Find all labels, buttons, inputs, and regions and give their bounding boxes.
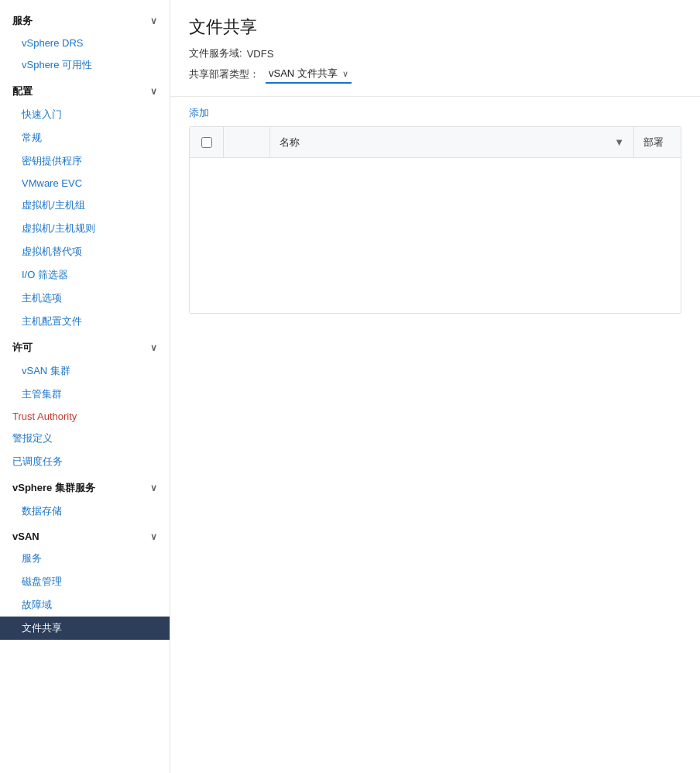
sidebar: 服务 ∨ vSphere DRS vSphere 可用性 配置 ∨ 快速入门 常… <box>0 0 170 773</box>
sidebar-section-vsan-label: vSAN <box>12 531 39 542</box>
sidebar-item-vsan-services[interactable]: 服务 <box>0 547 170 570</box>
sidebar-item-vsphere-availability[interactable]: vSphere 可用性 <box>0 53 170 77</box>
table-header-deployment-cell: 部署 <box>634 127 681 157</box>
sidebar-item-data-storage[interactable]: 数据存储 <box>0 500 170 523</box>
sidebar-item-quick-start[interactable]: 快速入门 <box>0 103 170 126</box>
table-area: 名称 ▼ 部署 <box>170 126 700 314</box>
share-deployment-type-dropdown[interactable]: vSAN 文件共享 ∨ <box>266 65 352 84</box>
sidebar-item-file-sharing[interactable]: 文件共享 <box>0 617 170 640</box>
sidebar-item-vsan-cluster[interactable]: vSAN 集群 <box>0 359 170 383</box>
sidebar-item-trust-authority[interactable]: Trust Authority <box>0 406 170 427</box>
add-button[interactable]: 添加 <box>170 106 228 120</box>
sidebar-item-vm-override[interactable]: 虚拟机替代项 <box>0 240 170 263</box>
chevron-down-icon-license: ∨ <box>150 342 157 353</box>
table-header-row: 名称 ▼ 部署 <box>190 127 681 158</box>
sidebar-section-vsphere-cluster-services[interactable]: vSphere 集群服务 ∨ <box>0 473 170 500</box>
sidebar-item-fault-domain[interactable]: 故障域 <box>0 593 170 617</box>
sidebar-item-disk-management[interactable]: 磁盘管理 <box>0 570 170 593</box>
sidebar-section-services[interactable]: 服务 ∨ <box>0 6 170 33</box>
sidebar-section-license-label: 许可 <box>12 341 33 355</box>
sidebar-item-io-filter[interactable]: I/O 筛选器 <box>0 263 170 287</box>
sidebar-item-host-options[interactable]: 主机选项 <box>0 287 170 310</box>
sidebar-item-vsphere-drs[interactable]: vSphere DRS <box>0 33 170 53</box>
share-deployment-type-value: vSAN 文件共享 <box>269 67 338 81</box>
sidebar-section-vsan[interactable]: vSAN ∨ <box>0 523 170 547</box>
table-header-expand-cell <box>224 127 270 157</box>
sidebar-item-vm-host-rules[interactable]: 虚拟机/主机规则 <box>0 217 170 240</box>
sidebar-item-scheduled-tasks[interactable]: 已调度任务 <box>0 450 170 473</box>
sidebar-item-vm-host-group[interactable]: 虚拟机/主机组 <box>0 194 170 217</box>
sidebar-item-host-profile[interactable]: 主机配置文件 <box>0 310 170 333</box>
chevron-down-icon-vcs: ∨ <box>150 483 157 493</box>
select-all-checkbox[interactable] <box>201 137 212 148</box>
main-content: 文件共享 文件服务域: VDFS 共享部署类型： vSAN 文件共享 ∨ 添加 … <box>170 0 700 773</box>
sidebar-item-supervisor-cluster[interactable]: 主管集群 <box>0 383 170 406</box>
table-column-name-label: 名称 <box>280 136 300 149</box>
chevron-down-icon-config: ∨ <box>150 86 157 97</box>
share-deployment-type-row: 共享部署类型： vSAN 文件共享 ∨ <box>189 65 681 84</box>
chevron-down-icon: ∨ <box>150 15 157 26</box>
sidebar-section-vsphere-cluster-services-label: vSphere 集群服务 <box>12 481 95 495</box>
file-service-domain-label: 文件服务域: <box>189 46 242 60</box>
chevron-down-icon-dropdown: ∨ <box>342 69 348 79</box>
file-service-domain-row: 文件服务域: VDFS <box>189 46 681 60</box>
sidebar-section-license[interactable]: 许可 ∨ <box>0 333 170 359</box>
file-share-table: 名称 ▼ 部署 <box>189 126 681 314</box>
table-header-checkbox-cell <box>190 127 224 157</box>
share-deployment-type-label: 共享部署类型： <box>189 67 259 81</box>
sidebar-item-vmware-evc[interactable]: VMware EVC <box>0 173 170 194</box>
main-header: 文件共享 文件服务域: VDFS 共享部署类型： vSAN 文件共享 ∨ <box>170 0 700 97</box>
sidebar-section-config[interactable]: 配置 ∨ <box>0 77 170 103</box>
sidebar-item-general[interactable]: 常规 <box>0 126 170 149</box>
filter-icon[interactable]: ▼ <box>614 136 624 148</box>
chevron-down-icon-vsan: ∨ <box>150 531 157 542</box>
page-title: 文件共享 <box>189 15 681 39</box>
table-body <box>190 158 681 313</box>
table-column-deployment-label: 部署 <box>643 136 664 149</box>
sidebar-section-services-label: 服务 <box>12 14 33 28</box>
sidebar-section-config-label: 配置 <box>12 84 33 98</box>
sidebar-item-key-provider[interactable]: 密钥提供程序 <box>0 149 170 173</box>
sidebar-item-alert-definition[interactable]: 警报定义 <box>0 427 170 450</box>
add-link-container: 添加 <box>170 97 700 126</box>
table-header-name-cell: 名称 ▼ <box>270 127 634 157</box>
file-service-domain-value: VDFS <box>247 48 274 60</box>
